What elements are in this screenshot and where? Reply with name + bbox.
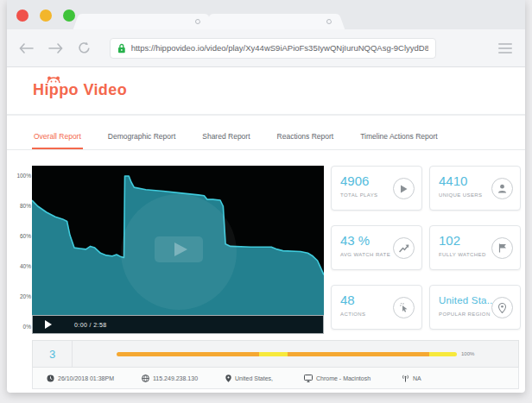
back-icon[interactable] (19, 43, 34, 54)
cursor-click-icon (399, 303, 408, 312)
browser-window: https://hippovideo.io/video/play/Xy44wS9… (7, 0, 525, 393)
play-icon (400, 185, 408, 193)
player-controls: 0:00 / 2:58 (32, 315, 324, 334)
axis-tick: 0% (23, 324, 31, 331)
clock-icon (47, 375, 54, 382)
watch-progress-bar (117, 352, 457, 356)
tab-reactions-report[interactable]: Reactions Report (276, 132, 336, 149)
viewer-progress-cell: 100% (73, 351, 518, 356)
logo-text: Hippo Video (33, 81, 127, 98)
stats-cards: 4906 TOTAL PLAYS 4410 UNIQUE USERS 43 % … (331, 166, 521, 334)
hippo-video-logo: Hippo Video (33, 81, 127, 99)
detail-browser-os: Chrome - Macintosh (304, 375, 370, 382)
player-watermark (121, 194, 237, 310)
detail-text: United States, (235, 375, 273, 381)
viewer-row[interactable]: 3 100% (32, 340, 519, 368)
tab-timeline-actions-report[interactable]: Timeline Actions Report (358, 132, 439, 149)
card-avg-watch-rate: 43 % AVG WATCH RATE (331, 225, 422, 270)
minimize-window-button[interactable] (40, 9, 52, 22)
tab-close-icon[interactable] (326, 19, 332, 24)
detail-timestamp: 26/10/2018 01:38PM (47, 375, 114, 382)
progress-segment (259, 352, 288, 356)
browser-navbar: https://hippovideo.io/video/play/Xy44wS9… (7, 29, 525, 67)
detail-text: Chrome - Macintosh (316, 375, 370, 381)
url-bar[interactable]: https://hippovideo.io/video/play/Xy44wS9… (110, 38, 436, 59)
browser-tab-2[interactable] (214, 14, 335, 29)
map-pin-icon (498, 303, 506, 313)
main-content: 100% 80% 60% 40% 20% 0% 0:00 / 2:58 (7, 150, 525, 334)
url-text: https://hippovideo.io/video/play/Xy44wS9… (131, 43, 428, 53)
tab-overall-report[interactable]: Overall Report (32, 132, 83, 149)
detail-network: NA (402, 375, 421, 382)
axis-tick: 20% (20, 293, 31, 300)
flag-icon (498, 243, 507, 253)
site-header: Hippo Video (7, 67, 525, 114)
viewer-details: 26/10/2018 01:38PM 115.249.238.130 Unite… (32, 368, 519, 389)
hippo-ears-icon (46, 76, 61, 84)
window-controls (16, 9, 75, 22)
report-tabs: Overall Report Demographic Report Shared… (7, 116, 525, 150)
progress-segment (288, 352, 429, 356)
card-fully-watched: 102 FULLY WATCHED (429, 225, 521, 270)
axis-tick: 40% (20, 263, 31, 270)
video-player[interactable]: 0:00 / 2:58 (32, 166, 324, 334)
menu-icon[interactable] (498, 41, 512, 56)
viewer-index: 3 (33, 341, 73, 367)
tab-close-icon[interactable] (195, 19, 200, 24)
close-window-button[interactable] (16, 9, 28, 22)
detail-text: 115.249.238.130 (153, 375, 198, 381)
forward-icon[interactable] (48, 43, 63, 54)
detail-ip-address: 115.249.238.130 (142, 375, 198, 382)
detail-location: United States, (225, 375, 273, 382)
tab-demographic-report[interactable]: Demographic Report (106, 132, 177, 149)
axis-tick: 60% (20, 233, 31, 240)
reload-icon[interactable] (78, 41, 91, 54)
map-pin-icon (225, 375, 231, 382)
time-display: 0:00 / 2:58 (74, 322, 106, 328)
watch-rate-axis: 100% 80% 60% 40% 20% 0% (15, 166, 32, 334)
globe-icon (142, 375, 149, 382)
card-unique-users: 4410 UNIQUE USERS (429, 166, 521, 211)
progress-percent-label: 100% (461, 351, 474, 356)
detail-text: NA (413, 375, 421, 381)
trend-up-icon (399, 243, 409, 253)
play-icon[interactable] (45, 320, 52, 329)
tab-shared-report[interactable]: Shared Report (200, 132, 251, 149)
zoom-window-button[interactable] (63, 9, 75, 22)
https-lock-icon (117, 43, 126, 54)
card-total-plays: 4906 TOTAL PLAYS (331, 166, 422, 211)
card-popular-region: United Sta.. POPULAR REGION (429, 285, 521, 330)
detail-text: 26/10/2018 01:38PM (58, 375, 114, 381)
antenna-icon (402, 375, 409, 382)
monitor-icon (304, 375, 313, 382)
user-icon (497, 184, 507, 193)
progress-segment (429, 352, 457, 356)
browser-titlebar (7, 0, 525, 29)
watch-heatmap-chart (32, 166, 324, 334)
axis-tick: 100% (16, 173, 31, 179)
browser-tab-1[interactable] (83, 14, 204, 29)
axis-tick: 80% (20, 203, 31, 210)
progress-segment (117, 352, 259, 356)
card-actions: 48 ACTIONS (331, 285, 422, 330)
